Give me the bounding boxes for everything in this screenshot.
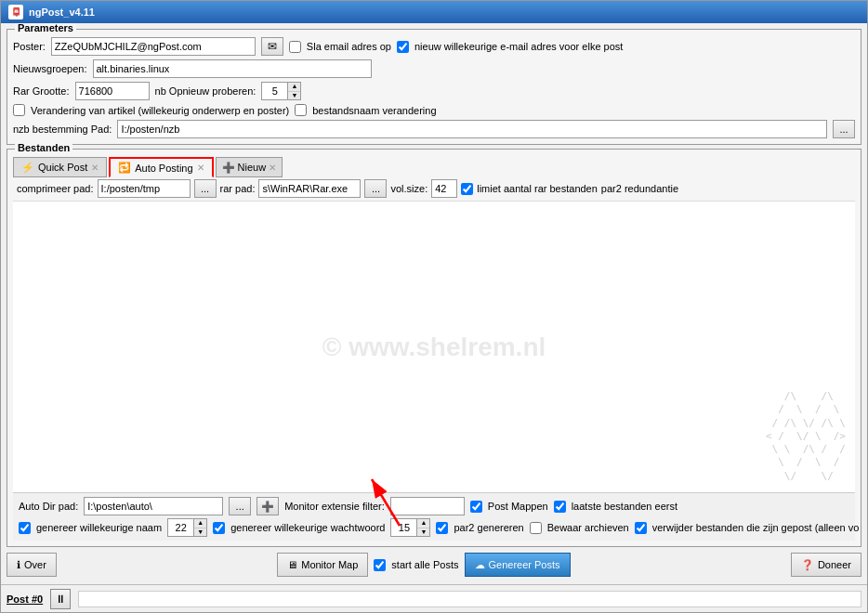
naam-spinner: ▲ ▼ [167, 518, 207, 537]
nzb-pad-label: nzb bestemming Pad: [13, 124, 112, 135]
limiet-checkbox[interactable] [461, 183, 473, 195]
action-buttons-row: ℹ Over 🖥 Monitor Map start alle Posts ☁ … [7, 551, 861, 579]
naam-value[interactable] [168, 519, 194, 536]
post-mappen-checkbox[interactable] [470, 501, 482, 513]
autoposting-close-icon[interactable]: ✕ [197, 163, 204, 173]
hex-ascii: /\ /\ / \ / \ / /\ \/ /\ \ < / \/ \ /> \… [759, 390, 846, 483]
ww-spinner: ▲ ▼ [390, 518, 430, 537]
tab-nieuw[interactable]: ➕ Nieuw ✕ [216, 157, 283, 177]
nb-value[interactable] [262, 83, 288, 99]
window-title: ngPost_v4.11 [29, 7, 95, 18]
poster-input[interactable] [51, 37, 256, 56]
bewaar-label: Bewaar archieven [547, 522, 629, 533]
auto-dir-plus-btn[interactable]: ➕ [256, 497, 279, 515]
app-icon: 📮 [8, 5, 23, 20]
ww-down[interactable]: ▼ [417, 528, 429, 536]
monitor-ext-label: Monitor extensie filter: [284, 501, 385, 512]
ww-value[interactable] [391, 519, 417, 536]
genereer-ww-checkbox[interactable] [213, 522, 225, 534]
quickpost-label: Quick Post [38, 162, 87, 173]
limiet-label: limiet aantal rar bestanden [477, 183, 598, 194]
naam-up[interactable]: ▲ [194, 519, 206, 528]
email-icon-button[interactable]: ✉ [261, 37, 283, 56]
verandering-row: Verandering van artikel (willekeurig ond… [13, 104, 855, 116]
bestanden-title: Bestanden [15, 142, 72, 153]
laatste-checkbox[interactable] [554, 501, 566, 513]
rar-dots-btn[interactable]: ... [364, 179, 387, 198]
poster-label: Poster: [13, 41, 46, 52]
tab-autoposting[interactable]: 🔁 Auto Posting ✕ [109, 157, 213, 177]
monitor-map-button[interactable]: 🖥 Monitor Map [277, 553, 368, 577]
verwijder-checkbox[interactable] [635, 522, 647, 534]
genereer-naam-checkbox[interactable] [19, 522, 31, 534]
nb-up-button[interactable]: ▲ [288, 83, 300, 91]
newsgroups-input[interactable] [93, 59, 372, 78]
rar-size-input[interactable] [75, 82, 150, 100]
genereer-naam-label: genereer willekeurige naam [36, 522, 162, 533]
bolt-icon: ⚡ [21, 162, 34, 174]
nieuw-label: Nieuw [238, 162, 267, 173]
files-inner: ⚡ Quick Post ✕ 🔁 Auto Posting ✕ ➕ Nieuw … [13, 157, 855, 541]
newsgroups-row: Nieuwsgroepen: [13, 59, 855, 78]
nzb-pad-input[interactable] [117, 120, 827, 138]
genereer-posts-button[interactable]: ☁ Genereer Posts [465, 553, 571, 577]
doneer-button[interactable]: ❓ Doneer [791, 553, 861, 577]
bewaar-checkbox[interactable] [530, 522, 542, 534]
par2-label: par2 redundantie [601, 183, 678, 194]
comprimeer-label: comprimeer pad: [17, 183, 94, 194]
comprimeer-row: comprimeer pad: ... rar pad: ... vol.siz… [13, 176, 855, 202]
rar-pad-label: rar pad: [220, 183, 256, 194]
bestandsnaam-checkbox[interactable] [295, 104, 307, 116]
random-email-checkbox[interactable] [397, 41, 409, 53]
plus-icon: ➕ [222, 162, 235, 174]
nieuw-close-icon[interactable]: ✕ [269, 163, 276, 173]
monitor-map-label: Monitor Map [301, 559, 358, 570]
ww-up[interactable]: ▲ [417, 519, 429, 528]
tab-quickpost[interactable]: ⚡ Quick Post ✕ [13, 157, 107, 177]
bottom-controls: Auto Dir pad: ... ➕ Monitor extensie fil… [13, 492, 855, 541]
auto-dir-input[interactable] [84, 497, 223, 515]
bestandsnaam-label: bestandsnaam verandering [312, 105, 436, 116]
over-button[interactable]: ℹ Over [7, 553, 57, 577]
verandering-label: Verandering van artikel (willekeurig ond… [31, 105, 289, 116]
auto-dir-dots-btn[interactable]: ... [229, 497, 251, 515]
nb-down-button[interactable]: ▼ [288, 92, 300, 99]
pause-button[interactable]: ⏸ [50, 589, 71, 609]
poster-row: Poster: ✉ Sla email adres op nieuw wille… [13, 37, 855, 56]
vol-size-label: vol.size: [390, 183, 427, 194]
comprimeer-dots-btn[interactable]: ... [194, 179, 217, 198]
auto-dir-row: Auto Dir pad: ... ➕ Monitor extensie fil… [19, 497, 849, 515]
hex-decoration: /\ /\ / \ / \ / /\ \/ /\ \ < / \/ \ /> \… [759, 390, 846, 483]
quickpost-close-icon[interactable]: ✕ [91, 163, 99, 173]
vol-size-input[interactable] [431, 179, 457, 198]
naam-spinner-btns: ▲ ▼ [194, 519, 206, 536]
sla-email-checkbox[interactable] [289, 41, 301, 53]
sla-email-label: Sla email adres op [307, 41, 391, 52]
nzb-row: nzb bestemming Pad: ... [13, 120, 855, 138]
rar-row: Rar Grootte: nb Opnieuw proberen: ▲ ▼ [13, 82, 855, 100]
nzb-dots-button[interactable]: ... [833, 120, 855, 138]
genereer-ww-label: genereer willekeurige wachtwoord [230, 522, 385, 533]
naam-down[interactable]: ▼ [194, 528, 206, 536]
rar-pad-input[interactable] [258, 179, 361, 198]
rar-size-label: Rar Grootte: [13, 85, 70, 97]
par2-gen-checkbox[interactable] [436, 522, 448, 534]
nb-opnieuw-label: nb Opnieuw proberen: [155, 85, 256, 97]
doneer-label: Doneer [818, 559, 851, 570]
watermark: © www.shelrem.nl [322, 333, 546, 362]
monitor-ext-input[interactable] [390, 497, 465, 515]
bestanden-group: Bestanden ⚡ Quick Post ✕ 🔁 Auto Posting … [7, 149, 861, 547]
main-content: Parameters Poster: ✉ Sla email adres op … [1, 23, 867, 584]
comprimeer-input[interactable] [98, 179, 191, 198]
main-window: 📮 ngPost_v4.11 Parameters Poster: ✉ Sla … [0, 0, 868, 613]
verandering-checkbox[interactable] [13, 104, 25, 116]
over-label: Over [24, 559, 46, 570]
laatste-label: laatste bestanden eerst [572, 501, 677, 512]
start-alle-checkbox[interactable] [374, 559, 386, 571]
autoposting-label: Auto Posting [135, 163, 192, 174]
parameters-group: Parameters Poster: ✉ Sla email adres op … [7, 29, 861, 145]
post-label[interactable]: Post #0 [7, 593, 43, 605]
nb-spinner-buttons: ▲ ▼ [288, 83, 300, 99]
newsgroups-label: Nieuwsgroepen: [13, 63, 87, 74]
par2-gen-label: par2 genereren [454, 522, 523, 533]
